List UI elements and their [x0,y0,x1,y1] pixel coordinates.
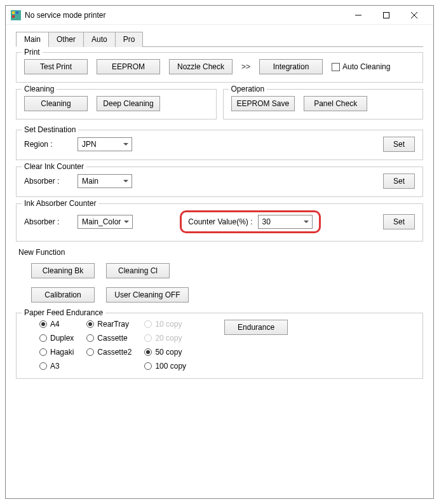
ink-absorber-select[interactable]: Main_Color [78,215,133,229]
absorber-select[interactable]: Main [78,174,132,188]
new-function-label: New Function [16,248,423,257]
calibration-button[interactable]: Calibration [31,287,95,303]
paper-feed-legend: Paper Feed Endurance [22,308,105,317]
region-label: Region : [24,140,69,149]
window-controls [344,6,428,24]
radio-icon [39,348,47,356]
operation-group: Operation EEPROM Save Panel Check [223,89,424,119]
set-destination-group: Set Destination Region : JPN Set [16,130,423,160]
deep-cleaning-button[interactable]: Deep Cleaning [97,96,160,111]
tab-other[interactable]: Other [48,32,84,47]
radio-option[interactable]: A3 [39,362,74,371]
clear-ink-legend: Clear Ink Counter [22,162,86,171]
titlebar: No service mode printer [6,6,433,25]
new-function-section: New Function Cleaning Bk Cleaning Cl Cal… [16,248,423,303]
ink-absorber-set-button[interactable]: Set [383,214,415,229]
cleaning-group: Cleaning Cleaning Deep Cleaning [16,89,217,119]
operation-legend: Operation [229,85,267,93]
radio-label: A3 [50,362,60,371]
radio-icon [86,348,94,356]
radio-option: 20 copy [144,334,186,343]
nozzle-check-button[interactable]: Nozzle Check [169,59,233,74]
radio-icon [144,362,152,370]
radio-label: Duplex [50,334,74,343]
radio-label: A4 [50,320,60,329]
set-destination-button[interactable]: Set [383,137,415,152]
tab-main[interactable]: Main [16,32,49,47]
radio-label: RearTray [97,320,129,329]
maximize-button[interactable] [372,6,400,24]
integration-button[interactable]: Integration [259,59,323,74]
checkbox-icon [332,63,340,71]
radio-icon [86,334,94,342]
tab-strip: Main Other Auto Pro [16,31,423,47]
radio-option: 10 copy [144,320,186,329]
ink-absorber-legend: Ink Absorber Counter [22,199,98,208]
clear-ink-group: Clear Ink Counter Absorber : Main Set [16,167,423,197]
radio-icon [144,348,152,356]
set-destination-legend: Set Destination [22,125,78,134]
ink-absorber-group: Ink Absorber Counter Absorber : Main_Col… [16,203,423,242]
radio-icon [39,320,47,328]
radio-icon [86,320,94,328]
close-button[interactable] [400,6,428,24]
radio-option[interactable]: RearTray [86,320,132,329]
radio-label: 50 copy [155,348,182,357]
svg-rect-5 [384,12,389,18]
absorber-label: Absorber : [24,177,69,186]
radio-label: 10 copy [155,320,182,329]
radio-option[interactable]: 100 copy [144,362,186,371]
tab-auto[interactable]: Auto [83,32,116,47]
panel-check-button[interactable]: Panel Check [304,96,367,111]
print-legend: Print [22,48,43,57]
counter-value-label: Counter Value(%) : [188,217,252,226]
auto-cleaning-label: Auto Cleaning [342,62,390,71]
radio-label: 100 copy [155,362,186,371]
radio-icon [39,334,47,342]
tray-column: RearTrayCassetteCassette2 [86,320,132,357]
paper-size-column: A4DuplexHagakiA3 [39,320,74,371]
radio-label: Cassette [97,334,127,343]
ink-absorber-label: Absorber : [24,217,69,226]
copy-count-column: 10 copy20 copy50 copy100 copy [144,320,186,371]
radio-option[interactable]: Cassette2 [86,348,132,357]
eeprom-button[interactable]: EEPROM [97,59,160,74]
radio-option[interactable]: A4 [39,320,74,329]
cleaning-legend: Cleaning [22,85,57,93]
counter-value-select[interactable]: 30 [258,215,313,229]
svg-rect-3 [12,15,15,18]
app-icon [11,10,21,20]
radio-label: 20 copy [155,334,182,343]
radio-label: Cassette2 [97,348,132,357]
window-title: No service mode printer [25,11,344,20]
cleaning-button[interactable]: Cleaning [24,96,88,111]
radio-label: Hagaki [50,348,74,357]
radio-option[interactable]: Duplex [39,334,74,343]
svg-rect-1 [12,11,15,14]
auto-cleaning-checkbox[interactable]: Auto Cleaning [332,62,390,71]
radio-icon [144,320,152,328]
content-area: Main Other Auto Pro Print Test Print EEP… [6,25,433,392]
radio-option[interactable]: Cassette [86,334,132,343]
radio-icon [144,334,152,342]
cleaning-cl-button[interactable]: Cleaning Cl [106,263,170,278]
print-group: Print Test Print EEPROM Nozzle Check >> … [16,52,423,83]
user-cleaning-off-button[interactable]: User Cleaning OFF [106,287,189,303]
paper-feed-group: Paper Feed Endurance A4DuplexHagakiA3 Re… [16,313,423,379]
svg-rect-2 [16,11,18,14]
endurance-button[interactable]: Endurance [224,320,288,335]
tab-pro[interactable]: Pro [115,32,144,47]
minimize-button[interactable] [344,6,372,24]
radio-option[interactable]: Hagaki [39,348,74,357]
arrow-icon: >> [241,62,250,71]
region-select[interactable]: JPN [78,137,132,151]
counter-value-highlight: Counter Value(%) : 30 [180,210,320,233]
eeprom-save-button[interactable]: EEPROM Save [231,96,295,111]
cleaning-bk-button[interactable]: Cleaning Bk [31,263,95,278]
app-window: No service mode printer Main Other Auto … [5,5,434,499]
clear-ink-set-button[interactable]: Set [383,174,415,189]
radio-icon [39,362,47,370]
test-print-button[interactable]: Test Print [24,59,88,74]
radio-option[interactable]: 50 copy [144,348,186,357]
